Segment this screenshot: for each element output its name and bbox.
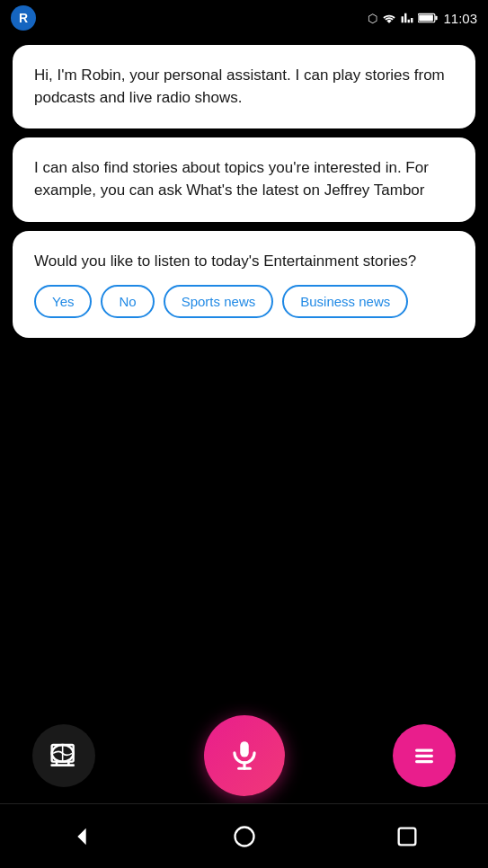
svg-marker-15 [77, 828, 85, 845]
wifi-icon [382, 13, 396, 23]
nav-recents-button[interactable] [395, 824, 420, 849]
app-icon: R [11, 5, 36, 31]
vibrate-icon: ⬡ [368, 12, 377, 25]
svg-rect-1 [436, 16, 438, 21]
signal-icon [401, 12, 413, 24]
time-display: 11:03 [443, 11, 477, 26]
globe-button[interactable] [32, 724, 95, 787]
menu-button[interactable] [393, 724, 456, 787]
svg-rect-13 [415, 755, 433, 757]
svg-rect-12 [415, 749, 433, 752]
svg-rect-17 [398, 828, 415, 845]
status-bar: R ⬡ 11:03 [0, 0, 488, 36]
svg-rect-9 [240, 741, 249, 757]
action-buttons: Yes No Sports news Business news [34, 285, 454, 318]
svg-point-16 [235, 827, 253, 846]
nav-bar [0, 803, 488, 868]
message-text-1: Hi, I'm Robin, your personal assistant. … [34, 65, 454, 109]
nav-back-button[interactable] [69, 824, 94, 849]
business-news-button[interactable]: Business news [282, 285, 408, 318]
nav-home-button[interactable] [232, 824, 257, 849]
svg-rect-14 [415, 760, 433, 763]
microphone-icon [227, 739, 262, 773]
home-icon [232, 824, 257, 849]
microphone-button[interactable] [204, 715, 285, 796]
message-bubble-3: Would you like to listen to today's Ente… [13, 231, 475, 339]
no-button[interactable]: No [101, 285, 154, 318]
message-bubble-2: I can also find stories about topics you… [13, 137, 475, 221]
bottom-action-area [0, 715, 488, 796]
yes-button[interactable]: Yes [34, 285, 92, 318]
status-bar-left: R [11, 5, 36, 31]
status-icons: ⬡ [368, 12, 438, 25]
battery-icon [418, 13, 438, 23]
message-text-3: Would you like to listen to today's Ente… [34, 251, 454, 273]
message-bubble-1: Hi, I'm Robin, your personal assistant. … [13, 45, 475, 128]
chat-container: Hi, I'm Robin, your personal assistant. … [0, 36, 488, 347]
message-text-2: I can also find stories about topics you… [34, 157, 454, 201]
back-icon [69, 824, 94, 849]
status-bar-right: ⬡ 11:03 [368, 11, 477, 26]
recents-icon [395, 824, 420, 849]
sports-news-button[interactable]: Sports news [164, 285, 274, 318]
globe-icon [49, 741, 78, 770]
menu-icon [411, 742, 438, 769]
svg-rect-2 [420, 14, 434, 21]
